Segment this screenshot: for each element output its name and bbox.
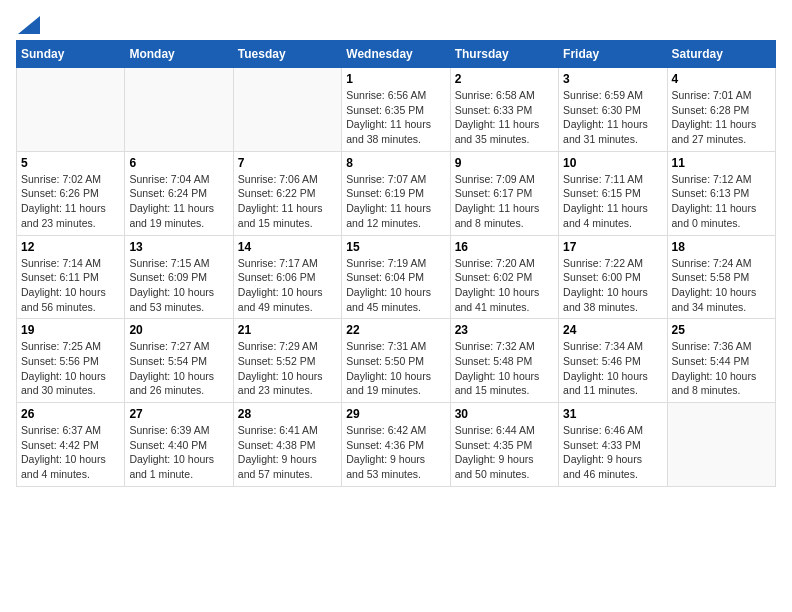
day-number: 28 (238, 407, 337, 421)
day-info: Sunrise: 7:24 AMSunset: 5:58 PMDaylight:… (672, 256, 771, 315)
day-number: 6 (129, 156, 228, 170)
weekday-header-thursday: Thursday (450, 41, 558, 68)
weekday-header-tuesday: Tuesday (233, 41, 341, 68)
calendar-cell: 10Sunrise: 7:11 AMSunset: 6:15 PMDayligh… (559, 151, 667, 235)
calendar-cell: 22Sunrise: 7:31 AMSunset: 5:50 PMDayligh… (342, 319, 450, 403)
calendar-cell: 27Sunrise: 6:39 AMSunset: 4:40 PMDayligh… (125, 403, 233, 487)
calendar-cell: 25Sunrise: 7:36 AMSunset: 5:44 PMDayligh… (667, 319, 775, 403)
day-info: Sunrise: 6:41 AMSunset: 4:38 PMDaylight:… (238, 423, 337, 482)
day-info: Sunrise: 6:58 AMSunset: 6:33 PMDaylight:… (455, 88, 554, 147)
day-number: 25 (672, 323, 771, 337)
calendar-cell (125, 68, 233, 152)
day-number: 30 (455, 407, 554, 421)
week-row-2: 5Sunrise: 7:02 AMSunset: 6:26 PMDaylight… (17, 151, 776, 235)
calendar-cell: 18Sunrise: 7:24 AMSunset: 5:58 PMDayligh… (667, 235, 775, 319)
day-info: Sunrise: 7:34 AMSunset: 5:46 PMDaylight:… (563, 339, 662, 398)
day-number: 10 (563, 156, 662, 170)
day-info: Sunrise: 7:31 AMSunset: 5:50 PMDaylight:… (346, 339, 445, 398)
day-info: Sunrise: 7:14 AMSunset: 6:11 PMDaylight:… (21, 256, 120, 315)
calendar-cell: 23Sunrise: 7:32 AMSunset: 5:48 PMDayligh… (450, 319, 558, 403)
day-number: 29 (346, 407, 445, 421)
calendar-cell: 6Sunrise: 7:04 AMSunset: 6:24 PMDaylight… (125, 151, 233, 235)
day-number: 20 (129, 323, 228, 337)
calendar-cell: 20Sunrise: 7:27 AMSunset: 5:54 PMDayligh… (125, 319, 233, 403)
day-number: 7 (238, 156, 337, 170)
day-number: 22 (346, 323, 445, 337)
day-number: 8 (346, 156, 445, 170)
day-info: Sunrise: 7:17 AMSunset: 6:06 PMDaylight:… (238, 256, 337, 315)
day-info: Sunrise: 6:42 AMSunset: 4:36 PMDaylight:… (346, 423, 445, 482)
calendar-cell: 12Sunrise: 7:14 AMSunset: 6:11 PMDayligh… (17, 235, 125, 319)
day-info: Sunrise: 7:20 AMSunset: 6:02 PMDaylight:… (455, 256, 554, 315)
day-info: Sunrise: 7:12 AMSunset: 6:13 PMDaylight:… (672, 172, 771, 231)
calendar-cell: 26Sunrise: 6:37 AMSunset: 4:42 PMDayligh… (17, 403, 125, 487)
day-info: Sunrise: 6:56 AMSunset: 6:35 PMDaylight:… (346, 88, 445, 147)
day-info: Sunrise: 7:06 AMSunset: 6:22 PMDaylight:… (238, 172, 337, 231)
calendar-cell: 15Sunrise: 7:19 AMSunset: 6:04 PMDayligh… (342, 235, 450, 319)
day-info: Sunrise: 7:04 AMSunset: 6:24 PMDaylight:… (129, 172, 228, 231)
weekday-header-sunday: Sunday (17, 41, 125, 68)
day-info: Sunrise: 6:46 AMSunset: 4:33 PMDaylight:… (563, 423, 662, 482)
calendar-cell: 4Sunrise: 7:01 AMSunset: 6:28 PMDaylight… (667, 68, 775, 152)
week-row-4: 19Sunrise: 7:25 AMSunset: 5:56 PMDayligh… (17, 319, 776, 403)
weekday-header-wednesday: Wednesday (342, 41, 450, 68)
day-info: Sunrise: 6:44 AMSunset: 4:35 PMDaylight:… (455, 423, 554, 482)
calendar-cell: 24Sunrise: 7:34 AMSunset: 5:46 PMDayligh… (559, 319, 667, 403)
calendar-cell: 11Sunrise: 7:12 AMSunset: 6:13 PMDayligh… (667, 151, 775, 235)
week-row-3: 12Sunrise: 7:14 AMSunset: 6:11 PMDayligh… (17, 235, 776, 319)
week-row-5: 26Sunrise: 6:37 AMSunset: 4:42 PMDayligh… (17, 403, 776, 487)
day-number: 18 (672, 240, 771, 254)
calendar-cell: 21Sunrise: 7:29 AMSunset: 5:52 PMDayligh… (233, 319, 341, 403)
calendar-cell (667, 403, 775, 487)
logo-icon (18, 16, 40, 34)
day-number: 5 (21, 156, 120, 170)
calendar-table: SundayMondayTuesdayWednesdayThursdayFrid… (16, 40, 776, 487)
weekday-header-monday: Monday (125, 41, 233, 68)
calendar-cell: 29Sunrise: 6:42 AMSunset: 4:36 PMDayligh… (342, 403, 450, 487)
day-info: Sunrise: 7:36 AMSunset: 5:44 PMDaylight:… (672, 339, 771, 398)
logo (16, 16, 42, 30)
day-number: 1 (346, 72, 445, 86)
calendar-cell: 7Sunrise: 7:06 AMSunset: 6:22 PMDaylight… (233, 151, 341, 235)
calendar-cell: 3Sunrise: 6:59 AMSunset: 6:30 PMDaylight… (559, 68, 667, 152)
day-number: 21 (238, 323, 337, 337)
calendar-cell: 30Sunrise: 6:44 AMSunset: 4:35 PMDayligh… (450, 403, 558, 487)
day-info: Sunrise: 7:09 AMSunset: 6:17 PMDaylight:… (455, 172, 554, 231)
day-info: Sunrise: 7:02 AMSunset: 6:26 PMDaylight:… (21, 172, 120, 231)
day-number: 23 (455, 323, 554, 337)
calendar-cell (233, 68, 341, 152)
calendar-cell: 16Sunrise: 7:20 AMSunset: 6:02 PMDayligh… (450, 235, 558, 319)
day-number: 11 (672, 156, 771, 170)
calendar-cell: 17Sunrise: 7:22 AMSunset: 6:00 PMDayligh… (559, 235, 667, 319)
calendar-cell: 1Sunrise: 6:56 AMSunset: 6:35 PMDaylight… (342, 68, 450, 152)
calendar-cell: 9Sunrise: 7:09 AMSunset: 6:17 PMDaylight… (450, 151, 558, 235)
day-number: 31 (563, 407, 662, 421)
calendar-cell: 28Sunrise: 6:41 AMSunset: 4:38 PMDayligh… (233, 403, 341, 487)
day-info: Sunrise: 7:32 AMSunset: 5:48 PMDaylight:… (455, 339, 554, 398)
day-number: 12 (21, 240, 120, 254)
page-header (16, 16, 776, 30)
day-number: 9 (455, 156, 554, 170)
calendar-cell: 5Sunrise: 7:02 AMSunset: 6:26 PMDaylight… (17, 151, 125, 235)
calendar-cell: 14Sunrise: 7:17 AMSunset: 6:06 PMDayligh… (233, 235, 341, 319)
calendar-cell (17, 68, 125, 152)
day-info: Sunrise: 7:22 AMSunset: 6:00 PMDaylight:… (563, 256, 662, 315)
day-number: 14 (238, 240, 337, 254)
calendar-cell: 19Sunrise: 7:25 AMSunset: 5:56 PMDayligh… (17, 319, 125, 403)
week-row-1: 1Sunrise: 6:56 AMSunset: 6:35 PMDaylight… (17, 68, 776, 152)
day-number: 13 (129, 240, 228, 254)
day-info: Sunrise: 6:59 AMSunset: 6:30 PMDaylight:… (563, 88, 662, 147)
day-info: Sunrise: 7:19 AMSunset: 6:04 PMDaylight:… (346, 256, 445, 315)
day-number: 26 (21, 407, 120, 421)
calendar-cell: 13Sunrise: 7:15 AMSunset: 6:09 PMDayligh… (125, 235, 233, 319)
day-info: Sunrise: 7:29 AMSunset: 5:52 PMDaylight:… (238, 339, 337, 398)
day-number: 24 (563, 323, 662, 337)
day-number: 27 (129, 407, 228, 421)
day-number: 17 (563, 240, 662, 254)
day-number: 3 (563, 72, 662, 86)
calendar-cell: 8Sunrise: 7:07 AMSunset: 6:19 PMDaylight… (342, 151, 450, 235)
day-number: 19 (21, 323, 120, 337)
weekday-header-friday: Friday (559, 41, 667, 68)
day-info: Sunrise: 6:39 AMSunset: 4:40 PMDaylight:… (129, 423, 228, 482)
calendar-cell: 2Sunrise: 6:58 AMSunset: 6:33 PMDaylight… (450, 68, 558, 152)
